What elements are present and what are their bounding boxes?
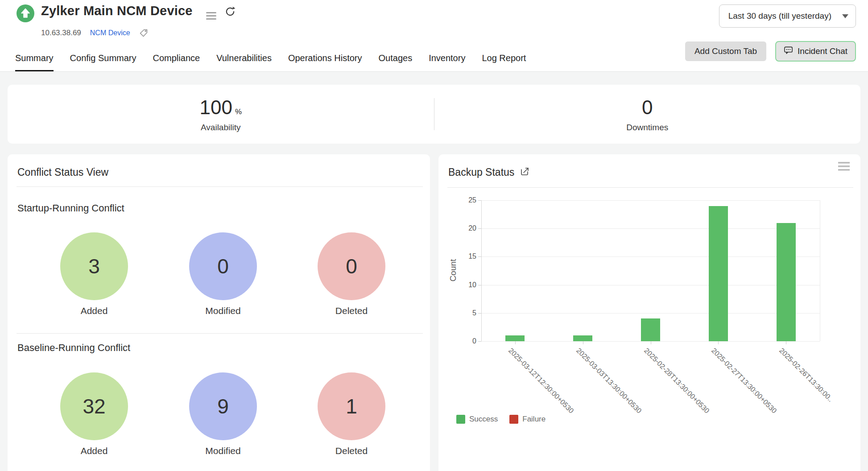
baseline-deleted-stat: 1 Deleted bbox=[318, 372, 385, 456]
startup-added-circle: 3 bbox=[60, 232, 128, 300]
y-tick bbox=[478, 285, 481, 285]
refresh-icon[interactable] bbox=[224, 6, 236, 17]
page-header: Zylker Main NCM Device 10.63.38.69 NCM D… bbox=[0, 0, 868, 72]
x-tick bbox=[786, 341, 786, 344]
x-tick bbox=[718, 341, 719, 344]
tab-inventory[interactable]: Inventory bbox=[429, 53, 465, 71]
conflict-panel-title: Conflict Status View bbox=[17, 166, 108, 178]
baseline-modified-stat: 9 Modified bbox=[189, 372, 257, 456]
device-ip: 10.63.38.69 bbox=[41, 29, 81, 37]
legend-item-failure[interactable]: Failure bbox=[509, 415, 546, 424]
gridline bbox=[481, 200, 820, 201]
gridline bbox=[481, 285, 820, 285]
device-up-status-icon bbox=[17, 4, 34, 22]
x-tick bbox=[583, 341, 583, 344]
tab-outages[interactable]: Outages bbox=[379, 53, 413, 71]
availability-label: Availability bbox=[201, 123, 240, 132]
baseline-added-stat: 32 Added bbox=[60, 372, 128, 456]
x-tick-label: 2025-02-27T13:30:00+0530 bbox=[710, 347, 778, 415]
chart-legend: Success Failure bbox=[456, 415, 546, 424]
gridline bbox=[481, 228, 820, 229]
plot-right-border bbox=[820, 200, 820, 341]
tab-operations-history[interactable]: Operations History bbox=[288, 53, 362, 71]
y-tick bbox=[478, 341, 481, 342]
device-menu-icon[interactable] bbox=[206, 12, 216, 20]
startup-modified-circle: 0 bbox=[189, 232, 257, 300]
backup-status-panel: Backup Status 05101520252025-03-12T12:30… bbox=[438, 154, 860, 471]
device-type-link[interactable]: NCM Device bbox=[90, 29, 130, 37]
availability-unit: % bbox=[235, 107, 242, 116]
stat-label: Deleted bbox=[318, 306, 385, 316]
baseline-modified-circle: 9 bbox=[189, 372, 257, 440]
y-tick bbox=[478, 200, 481, 201]
divider bbox=[17, 186, 423, 187]
conflict-status-panel: Conflict Status View Startup-Running Con… bbox=[8, 154, 430, 471]
tab-config-summary[interactable]: Config Summary bbox=[70, 53, 136, 71]
legend-item-success[interactable]: Success bbox=[456, 415, 498, 424]
stat-label: Modified bbox=[189, 446, 257, 456]
y-tick-label: 0 bbox=[457, 337, 476, 345]
y-tick-label: 5 bbox=[457, 309, 476, 317]
stat-label: Deleted bbox=[318, 446, 385, 456]
backup-bar bbox=[777, 223, 796, 341]
time-range-value: Last 30 days (till yesterday) bbox=[728, 11, 831, 21]
availability-stat: 100% Availability bbox=[8, 85, 434, 144]
incident-chat-label: Incident Chat bbox=[798, 46, 847, 56]
y-tick-label: 20 bbox=[457, 224, 476, 232]
startup-modified-stat: 0 Modified bbox=[189, 232, 257, 316]
startup-added-stat: 3 Added bbox=[60, 232, 128, 316]
tab-vulnerabilities[interactable]: Vulnerabilities bbox=[216, 53, 272, 71]
y-tick bbox=[478, 256, 481, 257]
gridline bbox=[481, 256, 820, 257]
stat-label: Modified bbox=[189, 306, 257, 316]
chat-icon bbox=[784, 45, 793, 57]
add-custom-tab-button[interactable]: Add Custom Tab bbox=[685, 41, 766, 61]
downtimes-stat: 0 Downtimes bbox=[434, 85, 861, 144]
tag-icon[interactable] bbox=[139, 29, 148, 37]
failure-swatch bbox=[509, 415, 518, 424]
backup-bar bbox=[573, 335, 592, 341]
x-tick-label: 2025-02-26T13:30:00.. bbox=[777, 347, 835, 404]
page-title: Zylker Main NCM Device bbox=[41, 4, 193, 18]
tab-compliance[interactable]: Compliance bbox=[153, 53, 200, 71]
divider bbox=[17, 333, 423, 334]
time-range-dropdown[interactable]: Last 30 days (till yesterday) bbox=[719, 4, 856, 28]
y-axis-title: Count bbox=[448, 244, 458, 297]
success-swatch bbox=[456, 415, 465, 424]
startup-deleted-circle: 0 bbox=[318, 232, 385, 300]
x-tick bbox=[651, 341, 651, 344]
baseline-running-heading: Baseline-Running Conflict bbox=[17, 342, 130, 354]
x-tick bbox=[515, 341, 516, 344]
chevron-down-icon bbox=[842, 14, 848, 18]
availability-band: 100% Availability 0 Downtimes bbox=[8, 85, 860, 144]
x-tick-label: 2025-03-03T13:30:00+0530 bbox=[575, 347, 643, 415]
startup-deleted-stat: 0 Deleted bbox=[318, 232, 385, 316]
stat-label: Added bbox=[60, 446, 128, 456]
tab-log-report[interactable]: Log Report bbox=[482, 53, 526, 71]
y-tick bbox=[478, 313, 481, 314]
baseline-deleted-circle: 1 bbox=[318, 372, 385, 440]
stat-label: Added bbox=[60, 306, 128, 316]
incident-chat-button[interactable]: Incident Chat bbox=[775, 41, 856, 62]
tab-summary[interactable]: Summary bbox=[15, 53, 54, 71]
downtimes-label: Downtimes bbox=[626, 123, 668, 132]
y-tick-label: 15 bbox=[457, 252, 476, 260]
availability-value: 100 bbox=[199, 96, 232, 118]
device-tabbar: Summary Config Summary Compliance Vulner… bbox=[15, 53, 526, 71]
x-tick-label: 2025-02-28T13:30:00+0530 bbox=[642, 347, 711, 415]
y-axis-line bbox=[481, 200, 482, 341]
startup-running-heading: Startup-Running Conflict bbox=[17, 202, 124, 214]
x-tick-label: 2025-03-12T12:30:00+0530 bbox=[507, 347, 575, 415]
backup-bar bbox=[641, 318, 660, 341]
backup-bar bbox=[505, 335, 525, 341]
downtimes-value: 0 bbox=[642, 96, 653, 118]
gridline bbox=[481, 313, 820, 314]
baseline-added-circle: 32 bbox=[60, 372, 128, 440]
backup-bar bbox=[709, 206, 728, 341]
y-tick-label: 25 bbox=[457, 196, 476, 204]
y-tick bbox=[478, 228, 481, 229]
y-tick-label: 10 bbox=[457, 281, 476, 289]
